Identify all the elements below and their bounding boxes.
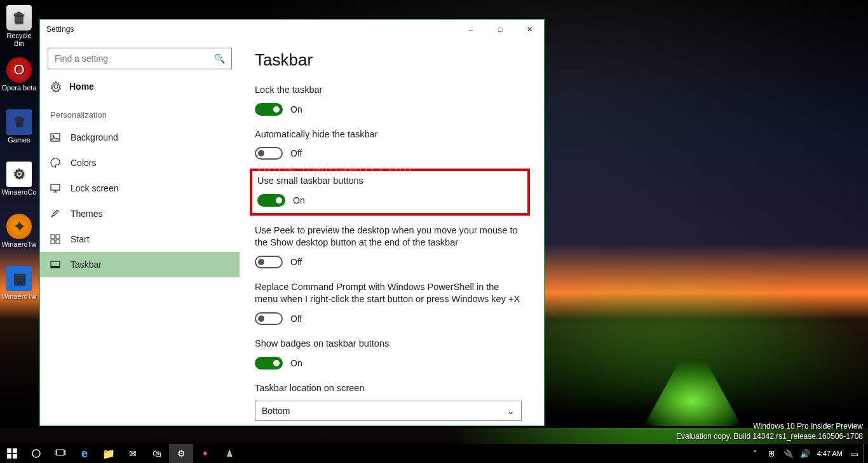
toggle-small-buttons[interactable] xyxy=(257,194,285,207)
nav-lock-screen[interactable]: Lock screen xyxy=(40,176,240,201)
setting-autohide: Automatically hide the taskbar Off xyxy=(255,128,525,160)
monitor-icon xyxy=(50,183,60,193)
svg-rect-0 xyxy=(51,134,60,141)
toggle-autohide[interactable] xyxy=(255,147,283,160)
taskbar-explorer[interactable]: 📁 xyxy=(97,444,121,463)
swirl-icon: ✦ xyxy=(6,214,32,239)
nav-label: Background xyxy=(71,132,118,142)
taskbar-mail[interactable]: ✉ xyxy=(121,444,145,463)
gear-icon: ⚙ xyxy=(177,448,186,459)
nav-label: Colors xyxy=(71,158,96,168)
svg-rect-2 xyxy=(51,184,60,190)
settings-search[interactable]: 🔍 xyxy=(48,48,232,69)
svg-point-1 xyxy=(53,135,55,137)
opera-icon: O xyxy=(6,57,32,83)
watermark-line2: Evaluation copy. Build 14342.rs1_release… xyxy=(676,431,863,441)
setting-label: Replace Command Prompt with Windows Powe… xyxy=(255,281,522,306)
tray-overflow[interactable]: ˄ xyxy=(747,444,764,463)
close-button[interactable]: ✕ xyxy=(515,20,544,39)
svg-rect-11 xyxy=(7,454,11,459)
desktop-icon-label: Recycle Bin xyxy=(1,32,37,47)
tray-defender[interactable]: ⛨ xyxy=(764,444,780,463)
toggle-state: Off xyxy=(290,257,302,267)
toggle-state: Off xyxy=(290,148,302,158)
toggle-badges[interactable] xyxy=(255,357,283,370)
search-input[interactable] xyxy=(55,48,214,69)
page-heading: Taskbar xyxy=(255,50,525,70)
nav-taskbar[interactable]: Taskbar xyxy=(40,252,240,277)
minimize-button[interactable]: – xyxy=(456,20,485,39)
desktop-icon-opera[interactable]: OOpera beta xyxy=(1,57,37,107)
desktop-icon-winaerotw[interactable]: ✦WinaeroTw xyxy=(1,214,37,263)
svg-rect-14 xyxy=(57,450,64,455)
svg-rect-4 xyxy=(56,235,60,238)
taskview-button[interactable] xyxy=(48,444,72,463)
start-button[interactable] xyxy=(0,444,24,463)
toggle-lock-taskbar[interactable] xyxy=(255,103,283,116)
brush-icon xyxy=(50,209,60,219)
desktop-icon-label: WinaeroTw xyxy=(1,240,37,248)
desktop-icon-winaeroco[interactable]: ⚙WinaeroCo xyxy=(1,162,37,211)
toggle-peek[interactable] xyxy=(255,256,283,268)
nav-start[interactable]: Start xyxy=(40,226,240,252)
svg-rect-15 xyxy=(55,451,57,454)
taskbar-clock[interactable]: 4:47 AM xyxy=(813,450,846,457)
setting-label: Automatically hide the taskbar xyxy=(255,128,522,141)
settings-window: Settings – □ ✕ 🔍 Home Personalization Ba… xyxy=(39,19,545,426)
desktop-icon-winaerotw2[interactable]: ▣WinaeroTw xyxy=(1,266,37,315)
desktop-icon-games[interactable]: ♛Games xyxy=(1,109,37,159)
setting-powershell: Replace Command Prompt with Windows Powe… xyxy=(255,281,525,325)
maximize-button[interactable]: □ xyxy=(485,20,515,39)
gear-icon xyxy=(50,81,62,92)
taskbar-store[interactable]: 🛍 xyxy=(145,444,169,463)
setting-badges: Show badges on taskbar buttons On xyxy=(255,338,525,370)
windows-watermark: Windows 10 Pro Insider Preview Evaluatio… xyxy=(676,421,863,441)
nav-label: Taskbar xyxy=(71,259,102,270)
nav-background[interactable]: Background xyxy=(40,125,240,150)
setting-label: Lock the taskbar xyxy=(255,84,522,97)
taskbar-app2[interactable]: ♟ xyxy=(217,444,241,463)
tray-power[interactable]: 🔌 xyxy=(780,444,797,463)
settings-sidebar: 🔍 Home Personalization Background Colors… xyxy=(40,39,240,425)
nav-themes[interactable]: Themes xyxy=(40,201,240,226)
nav-colors[interactable]: Colors xyxy=(40,150,240,176)
taskbar-app1[interactable]: ✦ xyxy=(193,444,217,463)
taskbar-left: e 📁 ✉ 🛍 ⚙ ✦ ♟ xyxy=(0,444,241,463)
desktop-icon-recycle-bin[interactable]: 🗑Recycle Bin xyxy=(1,5,37,55)
taskbar-edge[interactable]: e xyxy=(72,444,97,463)
dropdown-value: Bottom xyxy=(262,406,290,416)
games-icon: ♛ xyxy=(6,109,32,135)
action-center[interactable]: ▭ xyxy=(846,444,863,463)
svg-rect-16 xyxy=(64,451,66,454)
nav-label: Lock screen xyxy=(71,183,118,193)
svg-rect-5 xyxy=(51,240,55,244)
titlebar[interactable]: Settings – □ ✕ xyxy=(40,20,544,39)
recycle-bin-icon: 🗑 xyxy=(6,5,32,31)
chevron-up-icon: ˄ xyxy=(753,449,757,459)
window-title: Settings xyxy=(46,25,74,34)
highlighted-setting: Use small taskbar buttons On xyxy=(250,169,530,216)
shield-icon: ⛨ xyxy=(768,449,776,459)
toggle-knob xyxy=(258,259,264,265)
desktop-icons-column: 🗑Recycle Bin OOpera beta ♛Games ⚙Winaero… xyxy=(1,3,37,315)
desktop-icon-label: WinaeroCo xyxy=(1,188,37,196)
setting-location: Taskbar location on screen Bottom ⌄ xyxy=(255,382,525,422)
taskview-icon xyxy=(55,449,66,458)
setting-label: Use Peek to preview the desktop when you… xyxy=(255,225,522,249)
show-desktop-button[interactable] xyxy=(863,444,867,463)
toggle-knob xyxy=(273,106,280,113)
notification-icon: ▭ xyxy=(851,449,858,459)
tray-volume[interactable]: 🔊 xyxy=(797,444,813,463)
home-button[interactable]: Home xyxy=(40,74,240,99)
nav-label: Themes xyxy=(71,209,103,219)
taskbar-settings[interactable]: ⚙ xyxy=(169,444,193,463)
toggle-state: On xyxy=(293,195,305,205)
setting-peek: Use Peek to preview the desktop when you… xyxy=(255,225,525,268)
nav-label: Start xyxy=(71,234,90,244)
settings-content[interactable]: https://winaero.com Taskbar Lock the tas… xyxy=(240,39,544,425)
dropdown-taskbar-location[interactable]: Bottom ⌄ xyxy=(255,401,522,421)
cortana-button[interactable] xyxy=(24,444,48,463)
toggle-powershell[interactable] xyxy=(255,312,283,325)
plug-icon: 🔌 xyxy=(783,449,794,459)
home-label: Home xyxy=(69,81,94,92)
